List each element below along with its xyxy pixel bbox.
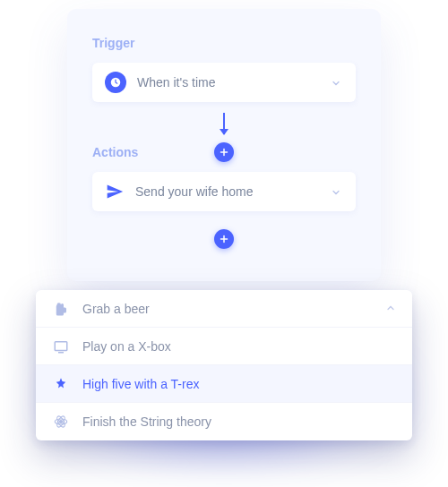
footprint-icon <box>52 375 70 393</box>
action-select-label: Send your wife home <box>135 184 320 199</box>
svg-rect-1 <box>55 341 67 350</box>
chevron-down-icon <box>331 76 343 89</box>
clock-icon <box>105 72 126 93</box>
dropdown-item-label: Play on a X-box <box>82 339 396 354</box>
add-action-button[interactable] <box>214 142 234 162</box>
atom-icon <box>52 413 70 431</box>
dropdown-item-label: High five with a T-rex <box>82 377 396 391</box>
trigger-section-label: Trigger <box>92 36 356 50</box>
svg-point-2 <box>60 421 63 423</box>
dropdown-item-beer[interactable]: Grab a beer <box>36 290 412 328</box>
dropdown-item-label: Grab a beer <box>82 302 373 316</box>
trigger-select-label: When it's time <box>137 75 320 90</box>
trigger-select[interactable]: When it's time <box>92 63 356 102</box>
action-select[interactable]: Send your wife home <box>92 172 356 211</box>
workflow-card: Trigger When it's time Actions Send your… <box>67 9 381 281</box>
arrow-down-icon <box>223 113 225 134</box>
dropdown-item-string-theory[interactable]: Finish the String theory <box>36 403 412 440</box>
add-action-below-button[interactable] <box>214 229 234 249</box>
dropdown-item-xbox[interactable]: Play on a X-box <box>36 328 412 365</box>
tv-icon <box>52 337 70 355</box>
action-dropdown: Grab a beer Play on a X-box High five wi… <box>36 290 412 440</box>
beer-icon <box>52 300 70 318</box>
send-icon <box>105 182 125 201</box>
dropdown-item-label: Finish the String theory <box>82 414 396 429</box>
chevron-down-icon <box>331 185 343 198</box>
dropdown-item-trex[interactable]: High five with a T-rex <box>36 365 412 403</box>
actions-section-label: Actions <box>92 145 138 159</box>
connector-arrow <box>92 102 356 145</box>
chevron-up-icon[interactable] <box>385 302 396 316</box>
